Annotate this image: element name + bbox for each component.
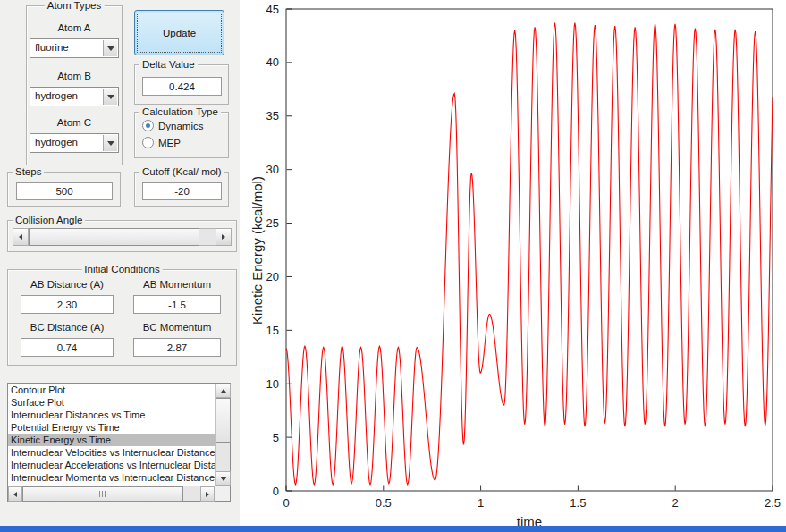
radio-mep-label: MEP <box>158 138 181 148</box>
radio-mep[interactable]: MEP <box>142 137 181 148</box>
y-tick-label: 40 <box>266 55 279 69</box>
horizontal-scroll-thumb[interactable] <box>22 486 183 502</box>
list-item[interactable]: Internuclear Velocities vs Internuclear … <box>8 446 215 459</box>
vertical-scroll-thumb[interactable] <box>216 398 231 443</box>
atom-types-panel: Atom Types Atom A fluorine Atom B hydrog… <box>26 5 123 165</box>
bc-distance-input[interactable] <box>21 338 114 357</box>
x-tick-label: 2 <box>672 496 679 510</box>
atom-b-dropdown-button[interactable] <box>103 89 117 105</box>
atom-c-select[interactable]: hydrogen <box>30 133 119 153</box>
scroll-down-button[interactable] <box>216 471 231 486</box>
initial-conditions-panel: Initial Conditions AB Distance (A) AB Mo… <box>7 269 237 366</box>
steps-input[interactable] <box>16 182 113 200</box>
list-item[interactable]: Contour Plot <box>8 384 215 396</box>
bc-momentum-input[interactable] <box>133 338 221 357</box>
scroll-right-button[interactable] <box>200 486 215 502</box>
list-item[interactable]: Potential Energy vs Time <box>8 421 215 434</box>
y-tick-label: 25 <box>266 216 279 230</box>
list-item[interactable]: Internuclear Accelerations vs Internucle… <box>8 459 215 471</box>
bc-momentum-label: BC Momentum <box>133 322 221 333</box>
update-button[interactable]: Update <box>134 10 224 55</box>
y-axis-label: Kinetic Energy (kcal/mol) <box>249 176 265 325</box>
cutoff-input[interactable] <box>142 182 222 200</box>
plot-type-listbox[interactable]: Contour PlotSurface PlotInternuclear Dis… <box>7 383 231 502</box>
steps-title: Steps <box>13 165 44 178</box>
y-tick-label: 0 <box>273 485 279 498</box>
atom-c-dropdown-button[interactable] <box>103 135 117 151</box>
ab-distance-label: AB Distance (A) <box>21 279 114 290</box>
cutoff-panel: Cutoff (Kcal/ mol) <box>134 172 229 207</box>
scroll-up-button[interactable] <box>216 384 231 398</box>
arrow-up-icon <box>221 389 226 393</box>
calculation-type-title: Calculation Type <box>139 106 221 118</box>
x-tick-label: 0.5 <box>376 496 392 510</box>
scrollbar-corner <box>215 486 230 501</box>
collision-angle-panel: Collision Angle <box>7 220 237 252</box>
atom-types-title: Atom Types <box>45 0 105 12</box>
list-item[interactable]: Internuclear Distances vs Time <box>8 409 215 421</box>
delta-value-input[interactable] <box>142 77 222 96</box>
atom-a-dropdown-button[interactable] <box>103 40 117 56</box>
y-tick-label: 15 <box>266 324 279 337</box>
atom-c-value: hydrogen <box>35 137 78 148</box>
bottom-window-edge <box>0 526 786 532</box>
scroll-grip-icon <box>99 491 106 497</box>
atom-a-label: Atom A <box>27 22 122 33</box>
arrow-right-icon <box>206 492 209 497</box>
chevron-down-icon <box>107 141 114 146</box>
atom-a-select[interactable]: fluorine <box>30 38 119 58</box>
delta-value-panel: Delta Value <box>134 64 229 105</box>
app-window: { "colors": { "window_bg": "#f0f0ee", "s… <box>0 0 786 532</box>
x-tick-label: 1 <box>478 496 484 510</box>
collision-angle-label: Collision Angle <box>13 214 85 226</box>
x-tick-label: 0 <box>283 496 289 510</box>
arrow-left-icon <box>13 492 17 497</box>
list-horizontal-scrollbar[interactable] <box>8 486 215 501</box>
figure-plot-area: 05101520253035404500.511.522.5 <box>240 0 786 526</box>
x-tick-label: 1.5 <box>570 496 586 510</box>
slider-left-arrow-button[interactable] <box>13 228 29 246</box>
radio-button-icon <box>142 120 154 131</box>
calculation-type-panel: Calculation Type Dynamics MEP <box>134 112 229 158</box>
initial-conditions-title: Initial Conditions <box>81 263 162 275</box>
y-tick-label: 5 <box>273 431 279 444</box>
slider-thumb[interactable] <box>29 228 199 246</box>
radio-dynamics-label: Dynamics <box>158 121 203 131</box>
x-tick-label: 2.5 <box>765 496 781 510</box>
chevron-down-icon <box>107 46 114 51</box>
cutoff-title: Cutoff (Kcal/ mol) <box>139 165 224 178</box>
plot-type-list-items: Contour PlotSurface PlotInternuclear Dis… <box>8 384 215 486</box>
radio-button-icon <box>142 137 154 148</box>
list-item[interactable]: Internuclear Momenta vs Internuclear Dis… <box>8 471 215 484</box>
atom-c-label: Atom C <box>27 117 122 128</box>
collision-angle-slider[interactable] <box>13 228 232 246</box>
list-item[interactable]: Kinetic Energy vs Time <box>8 434 215 446</box>
scroll-left-button[interactable] <box>8 486 22 502</box>
atom-b-value: hydrogen <box>35 90 78 101</box>
y-tick-label: 35 <box>266 109 279 122</box>
kinetic-energy-plot: 05101520253035404500.511.522.5 <box>240 0 786 526</box>
y-tick-label: 45 <box>266 3 279 16</box>
y-tick-label: 10 <box>266 377 279 391</box>
y-tick-label: 20 <box>266 270 279 283</box>
list-vertical-scrollbar[interactable] <box>215 384 230 486</box>
ab-momentum-input[interactable] <box>133 295 221 314</box>
ab-distance-input[interactable] <box>21 295 114 314</box>
arrow-right-icon <box>222 234 225 240</box>
y-tick-label: 30 <box>266 163 279 176</box>
arrow-down-icon <box>220 477 227 481</box>
delta-value-title: Delta Value <box>139 58 198 71</box>
atom-b-select[interactable]: hydrogen <box>30 87 119 106</box>
radio-dynamics[interactable]: Dynamics <box>142 120 203 131</box>
atom-a-value: fluorine <box>35 42 69 53</box>
ab-momentum-label: AB Momentum <box>133 279 221 290</box>
chevron-down-icon <box>107 95 114 99</box>
list-item[interactable]: Surface Plot <box>8 396 215 409</box>
arrow-left-icon <box>19 234 22 240</box>
bc-distance-label: BC Distance (A) <box>21 322 114 333</box>
atom-b-label: Atom B <box>27 71 122 81</box>
slider-right-arrow-button[interactable] <box>216 228 232 246</box>
steps-panel: Steps <box>7 172 121 207</box>
